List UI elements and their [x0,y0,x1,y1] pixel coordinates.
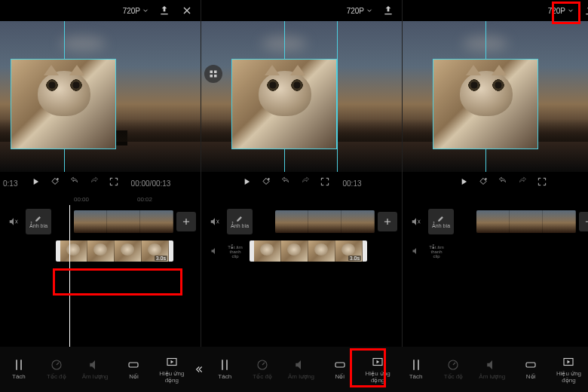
overlay-selection-box[interactable] [231,59,337,149]
play-button[interactable] [30,176,41,190]
preview-area[interactable] [403,21,588,172]
main-track[interactable] [275,210,375,233]
close-button[interactable] [179,3,194,18]
export-button[interactable] [582,3,588,18]
tool-link[interactable]: Nối [121,358,145,381]
tool-animation[interactable]: Hiệu ứng động [366,355,390,384]
tool-speed[interactable]: Tốc độ [441,358,465,381]
svg-point-0 [57,178,58,179]
tool-split[interactable]: Tách [7,358,31,381]
pane-2: 720P 00:13 [201,0,403,392]
current-time-label: 0:13 [3,179,17,188]
chevron-down-icon [142,7,149,14]
keyframe-button[interactable] [478,176,488,190]
toolbar-group-2: Tách Tốc độ Âm lượng Nối Hiệu ứng động [206,355,397,384]
add-clip-button[interactable] [579,212,588,231]
tool-volume[interactable]: Âm lượng [288,358,314,381]
pane-3: 720P Ảnh [403,0,588,392]
tool-split[interactable]: Tách [404,358,428,381]
resolution-select[interactable]: 720P [123,7,149,15]
grid-button[interactable] [204,65,222,83]
header: 720P [201,0,402,21]
clip-handle-right[interactable] [363,240,367,262]
clip-handle-right[interactable] [169,240,173,262]
pencil-icon [437,215,445,222]
tool-volume[interactable]: Âm lượng [82,358,109,381]
overlay-clip[interactable]: 3.0s [250,240,367,262]
tool-animation[interactable]: Hiệu ứng động [159,355,184,384]
bottom-toolbar: Tách Tốc độ Âm lượng Nối Hiệu ứng động T… [0,347,588,392]
cover-label: Ảnh bìa [29,223,47,229]
mute-line-button[interactable] [206,247,224,256]
add-clip-button[interactable] [378,212,397,231]
redo-button[interactable] [517,176,528,190]
tool-link[interactable]: Nối [519,358,543,381]
fullscreen-button[interactable] [320,176,330,190]
tool-animation[interactable]: Hiệu ứng động [556,355,581,384]
preview-area[interactable] [0,21,201,172]
keyframe-button[interactable] [261,176,271,190]
playback-controls [403,172,588,194]
tool-speed[interactable]: Tốc độ [250,358,274,381]
overlay-selection-box[interactable] [11,59,116,149]
redo-button[interactable] [89,176,100,190]
svg-rect-3 [210,75,213,78]
chevron-down-icon [567,7,574,14]
clip-duration: 3.0s [348,256,361,261]
cover-button[interactable]: Ảnh bìa [428,209,454,234]
chevron-down-icon [366,7,373,14]
timecode-label: 00:00/00:13 [131,179,171,188]
close-icon [181,5,193,17]
time-ruler[interactable]: 00:00 00:02 [0,194,201,205]
main-track[interactable] [74,210,173,233]
pencil-icon [236,215,243,222]
playback-controls: 0:13 00:00/00:13 [0,172,201,194]
main-track[interactable] [476,210,576,233]
tool-split[interactable]: Tách [213,358,237,381]
undo-button[interactable] [69,176,80,190]
fullscreen-button[interactable] [537,176,547,190]
time-ruler[interactable] [201,194,402,205]
resolution-select[interactable]: 720P [347,7,373,15]
svg-rect-8 [129,363,138,367]
play-button[interactable] [241,176,252,190]
overlay-selection-box[interactable] [433,59,538,149]
collapse-button[interactable] [191,364,206,375]
play-button[interactable] [458,176,469,190]
tool-speed[interactable]: Tốc độ [44,358,69,381]
playback-controls: 00:13 [201,172,402,194]
export-icon [583,5,588,17]
redo-button[interactable] [300,176,311,190]
resolution-select[interactable]: 720P [548,7,574,15]
export-button[interactable] [381,3,396,18]
preview-area[interactable] [201,21,402,172]
time-ruler[interactable] [403,194,588,205]
fullscreen-button[interactable] [109,176,119,190]
playhead-indicator [337,21,338,172]
cover-button[interactable]: Ảnh bìa [227,209,253,234]
mute-button[interactable] [5,216,23,227]
mute-button[interactable] [407,216,425,227]
svg-rect-2 [214,71,217,74]
mute-line-label: Tắt âm thanh clip [224,244,247,259]
mute-line-button[interactable] [407,247,425,256]
mute-button[interactable] [206,216,224,227]
keyframe-button[interactable] [50,176,60,190]
undo-button[interactable] [280,176,291,190]
export-button[interactable] [157,3,172,18]
overlay-clip[interactable]: 3.0s [56,240,173,262]
svg-rect-4 [214,75,217,78]
add-clip-button[interactable] [176,212,196,231]
timecode-label: 00:13 [342,179,361,188]
pencil-icon [35,215,42,222]
export-icon [382,5,394,17]
tool-link[interactable]: Nối [328,358,352,381]
svg-point-6 [485,178,486,179]
undo-button[interactable] [498,176,508,190]
header: 720P [0,0,201,21]
svg-rect-14 [526,363,535,367]
clip-duration: 3.0s [155,256,167,261]
cover-button[interactable]: Ảnh bìa [26,209,51,234]
tool-volume[interactable]: Âm lượng [479,358,505,381]
resolution-label: 720P [123,7,140,15]
